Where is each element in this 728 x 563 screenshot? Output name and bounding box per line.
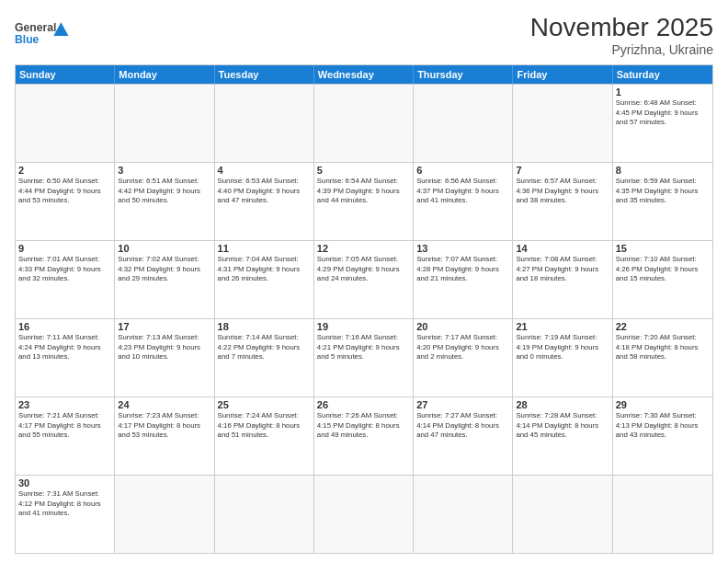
calendar-cell: 20Sunrise: 7:17 AM Sunset: 4:20 PM Dayli… bbox=[414, 319, 513, 396]
day-number: 9 bbox=[18, 243, 111, 254]
calendar-cell: 6Sunrise: 6:56 AM Sunset: 4:37 PM Daylig… bbox=[414, 163, 513, 240]
day-info: Sunrise: 6:56 AM Sunset: 4:37 PM Dayligh… bbox=[416, 177, 509, 206]
day-number: 10 bbox=[118, 243, 210, 254]
day-number: 30 bbox=[18, 477, 111, 488]
day-number: 26 bbox=[317, 399, 410, 410]
calendar-cell: 25Sunrise: 7:24 AM Sunset: 4:16 PM Dayli… bbox=[215, 397, 314, 475]
calendar-cell bbox=[215, 85, 314, 162]
day-number: 16 bbox=[18, 321, 111, 332]
day-info: Sunrise: 6:54 AM Sunset: 4:39 PM Dayligh… bbox=[317, 177, 410, 206]
day-number: 21 bbox=[516, 321, 609, 332]
calendar-cell: 12Sunrise: 7:05 AM Sunset: 4:29 PM Dayli… bbox=[314, 241, 414, 318]
day-info: Sunrise: 7:16 AM Sunset: 4:21 PM Dayligh… bbox=[317, 333, 410, 362]
logo: General Blue bbox=[15, 13, 74, 54]
day-info: Sunrise: 7:27 AM Sunset: 4:14 PM Dayligh… bbox=[416, 411, 509, 441]
day-number: 4 bbox=[218, 165, 311, 176]
day-number: 12 bbox=[317, 243, 410, 254]
day-number: 6 bbox=[416, 165, 509, 176]
calendar-cell: 24Sunrise: 7:23 AM Sunset: 4:17 PM Dayli… bbox=[115, 397, 214, 475]
day-number: 3 bbox=[118, 165, 210, 176]
calendar-row-2: 9Sunrise: 7:01 AM Sunset: 4:33 PM Daylig… bbox=[16, 240, 712, 318]
day-number: 1 bbox=[616, 86, 710, 98]
calendar-cell bbox=[513, 85, 612, 162]
calendar-row-3: 16Sunrise: 7:11 AM Sunset: 4:24 PM Dayli… bbox=[16, 318, 712, 396]
calendar-cell bbox=[115, 476, 214, 553]
day-number: 5 bbox=[317, 165, 410, 176]
day-info: Sunrise: 7:23 AM Sunset: 4:17 PM Dayligh… bbox=[118, 411, 210, 441]
day-info: Sunrise: 7:11 AM Sunset: 4:24 PM Dayligh… bbox=[18, 333, 111, 362]
day-number: 15 bbox=[616, 243, 710, 254]
day-info: Sunrise: 7:01 AM Sunset: 4:33 PM Dayligh… bbox=[18, 255, 111, 284]
calendar-row-5: 30Sunrise: 7:31 AM Sunset: 4:12 PM Dayli… bbox=[16, 475, 712, 553]
day-info: Sunrise: 7:08 AM Sunset: 4:27 PM Dayligh… bbox=[516, 255, 609, 284]
calendar-cell bbox=[513, 476, 612, 553]
calendar-cell: 13Sunrise: 7:07 AM Sunset: 4:28 PM Dayli… bbox=[414, 241, 513, 318]
day-info: Sunrise: 7:04 AM Sunset: 4:31 PM Dayligh… bbox=[218, 255, 311, 284]
calendar-cell: 26Sunrise: 7:26 AM Sunset: 4:15 PM Dayli… bbox=[314, 397, 414, 475]
calendar-cell bbox=[414, 476, 513, 553]
calendar-cell: 19Sunrise: 7:16 AM Sunset: 4:21 PM Dayli… bbox=[314, 319, 414, 396]
calendar-cell: 18Sunrise: 7:14 AM Sunset: 4:22 PM Dayli… bbox=[215, 319, 314, 396]
day-number: 29 bbox=[616, 399, 710, 410]
calendar-cell: 11Sunrise: 7:04 AM Sunset: 4:31 PM Dayli… bbox=[215, 241, 314, 318]
calendar-cell: 9Sunrise: 7:01 AM Sunset: 4:33 PM Daylig… bbox=[16, 241, 115, 318]
calendar-header: SundayMondayTuesdayWednesdayThursdayFrid… bbox=[16, 65, 712, 84]
calendar-title: November 2025 bbox=[530, 13, 713, 42]
calendar-cell bbox=[16, 85, 115, 162]
calendar-body: 1Sunrise: 6:48 AM Sunset: 4:45 PM Daylig… bbox=[16, 84, 712, 553]
title-block: November 2025 Pyrizhna, Ukraine bbox=[530, 13, 713, 57]
calendar-cell: 3Sunrise: 6:51 AM Sunset: 4:42 PM Daylig… bbox=[115, 163, 214, 240]
calendar-row-4: 23Sunrise: 7:21 AM Sunset: 4:17 PM Dayli… bbox=[16, 396, 712, 475]
calendar-cell: 22Sunrise: 7:20 AM Sunset: 4:18 PM Dayli… bbox=[613, 319, 712, 396]
day-info: Sunrise: 7:02 AM Sunset: 4:32 PM Dayligh… bbox=[118, 255, 210, 284]
calendar-cell: 4Sunrise: 6:53 AM Sunset: 4:40 PM Daylig… bbox=[215, 163, 314, 240]
day-info: Sunrise: 7:21 AM Sunset: 4:17 PM Dayligh… bbox=[18, 411, 111, 441]
calendar-subtitle: Pyrizhna, Ukraine bbox=[530, 42, 713, 57]
day-info: Sunrise: 6:57 AM Sunset: 4:36 PM Dayligh… bbox=[516, 177, 609, 206]
calendar-cell: 30Sunrise: 7:31 AM Sunset: 4:12 PM Dayli… bbox=[16, 476, 115, 553]
day-number: 2 bbox=[18, 165, 111, 176]
day-info: Sunrise: 7:05 AM Sunset: 4:29 PM Dayligh… bbox=[317, 255, 410, 284]
day-number: 22 bbox=[616, 321, 710, 332]
svg-text:Blue: Blue bbox=[15, 33, 40, 46]
day-info: Sunrise: 7:17 AM Sunset: 4:20 PM Dayligh… bbox=[416, 333, 509, 362]
day-info: Sunrise: 6:51 AM Sunset: 4:42 PM Dayligh… bbox=[118, 177, 210, 206]
calendar-cell bbox=[414, 85, 513, 162]
calendar-cell: 17Sunrise: 7:13 AM Sunset: 4:23 PM Dayli… bbox=[115, 319, 214, 396]
day-number: 25 bbox=[218, 399, 311, 410]
day-number: 11 bbox=[218, 243, 311, 254]
calendar-cell bbox=[314, 85, 414, 162]
header: General Blue November 2025 Pyrizhna, Ukr… bbox=[15, 13, 713, 57]
calendar-cell: 1Sunrise: 6:48 AM Sunset: 4:45 PM Daylig… bbox=[613, 85, 712, 162]
day-info: Sunrise: 7:13 AM Sunset: 4:23 PM Dayligh… bbox=[118, 333, 210, 362]
calendar-cell bbox=[314, 476, 414, 553]
day-number: 14 bbox=[516, 243, 609, 254]
day-info: Sunrise: 7:28 AM Sunset: 4:14 PM Dayligh… bbox=[516, 411, 609, 441]
weekday-header-tuesday: Tuesday bbox=[215, 65, 314, 84]
day-info: Sunrise: 7:24 AM Sunset: 4:16 PM Dayligh… bbox=[218, 411, 311, 441]
day-info: Sunrise: 6:50 AM Sunset: 4:44 PM Dayligh… bbox=[18, 177, 111, 206]
day-info: Sunrise: 7:30 AM Sunset: 4:13 PM Dayligh… bbox=[616, 411, 710, 441]
day-number: 19 bbox=[317, 321, 410, 332]
day-number: 7 bbox=[516, 165, 609, 176]
calendar-cell bbox=[115, 85, 214, 162]
day-info: Sunrise: 6:53 AM Sunset: 4:40 PM Dayligh… bbox=[218, 177, 311, 206]
calendar-cell: 14Sunrise: 7:08 AM Sunset: 4:27 PM Dayli… bbox=[513, 241, 612, 318]
day-info: Sunrise: 7:26 AM Sunset: 4:15 PM Dayligh… bbox=[317, 411, 410, 441]
calendar-cell: 21Sunrise: 7:19 AM Sunset: 4:19 PM Dayli… bbox=[513, 319, 612, 396]
day-info: Sunrise: 7:31 AM Sunset: 4:12 PM Dayligh… bbox=[18, 489, 111, 519]
calendar-cell: 23Sunrise: 7:21 AM Sunset: 4:17 PM Dayli… bbox=[16, 397, 115, 475]
calendar-cell: 16Sunrise: 7:11 AM Sunset: 4:24 PM Dayli… bbox=[16, 319, 115, 396]
calendar-cell: 29Sunrise: 7:30 AM Sunset: 4:13 PM Dayli… bbox=[613, 397, 712, 475]
day-number: 20 bbox=[416, 321, 509, 332]
calendar-cell bbox=[215, 476, 314, 553]
weekday-header-sunday: Sunday bbox=[16, 65, 115, 84]
calendar-cell: 5Sunrise: 6:54 AM Sunset: 4:39 PM Daylig… bbox=[314, 163, 414, 240]
calendar-cell: 28Sunrise: 7:28 AM Sunset: 4:14 PM Dayli… bbox=[513, 397, 612, 475]
weekday-header-friday: Friday bbox=[513, 65, 612, 84]
calendar-cell: 15Sunrise: 7:10 AM Sunset: 4:26 PM Dayli… bbox=[613, 241, 712, 318]
day-number: 17 bbox=[118, 321, 210, 332]
day-number: 18 bbox=[218, 321, 311, 332]
day-number: 24 bbox=[118, 399, 210, 410]
calendar-cell bbox=[613, 476, 712, 553]
